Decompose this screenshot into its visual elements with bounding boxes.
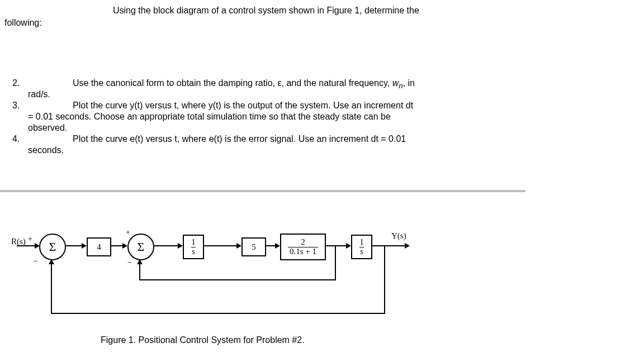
arrow-inner-fb: [137, 259, 143, 264]
q4-line-a: Plot the curve e(t) versus t, where e(t)…: [73, 134, 406, 144]
sum2-minus: −: [127, 258, 132, 267]
arrow-outer-fb: [49, 259, 54, 264]
line-b4-to-sum2: [110, 245, 124, 246]
line-inner-fb-down: [335, 246, 336, 280]
arrow-int1-to-b5: [236, 243, 242, 249]
q2-number: 2.: [12, 78, 20, 88]
block-integrator-1: 1 s: [183, 235, 204, 259]
block-gain-4: 4: [87, 237, 111, 256]
arrow-y: [405, 243, 410, 249]
figure-caption: Figure 1. Positional Control System for …: [101, 335, 305, 345]
block-integrator-2: 1 s: [351, 235, 372, 259]
divider-rule: [0, 190, 525, 192]
q2-line-a: Use the canonical form to obtain the dam…: [73, 78, 415, 90]
sum1-plus: +: [28, 235, 32, 244]
line-outer-fb-across: [51, 313, 385, 314]
arrow-b5-to-g: [275, 243, 280, 249]
intro-line-1: Using the block diagram of a control sys…: [113, 6, 419, 16]
arrow-g-to-int2: [346, 243, 351, 249]
q3-line-cont: = 0.01 seconds. Choose an appropriate to…: [28, 112, 391, 122]
line-int1-to-b5: [203, 245, 238, 246]
arrow-sum2-to-int1: [178, 243, 183, 249]
block-gain-5: 5: [242, 237, 266, 256]
summing-junction-1: Σ: [39, 234, 66, 260]
output-label: Y(s): [391, 231, 406, 241]
arrow-sum1-to-b4: [82, 243, 87, 249]
line-g-to-int2: [325, 245, 347, 246]
line-outer-fb-up: [51, 264, 52, 314]
sum1-minus: −: [34, 257, 38, 266]
line-sum1-to-b4: [66, 245, 83, 246]
block-transfer-g: 2 0.1s + 1: [280, 234, 326, 260]
q4-line-cont: seconds.: [28, 145, 64, 155]
line-b5-to-g: [265, 245, 276, 246]
line-inner-fb-across: [140, 279, 336, 280]
q3-number: 3.: [12, 101, 20, 111]
line-int2-to-y: [371, 245, 406, 246]
summing-junction-2: Σ: [127, 234, 154, 260]
line-inner-fb-up: [139, 264, 140, 280]
line-outer-fb-down: [384, 246, 385, 314]
q2-line-cont: rad/s.: [28, 89, 50, 99]
q3-line-a: Plot the curve y(t) versus t, where y(t)…: [73, 101, 413, 111]
arrow-b4-to-sum2: [122, 243, 127, 249]
sum2-plus: +: [126, 228, 130, 237]
line-sum2-to-int1: [154, 245, 179, 246]
q3-line-cont2: observed.: [28, 123, 67, 133]
q4-number: 4.: [12, 134, 20, 144]
intro-line-2: following:: [4, 18, 42, 28]
